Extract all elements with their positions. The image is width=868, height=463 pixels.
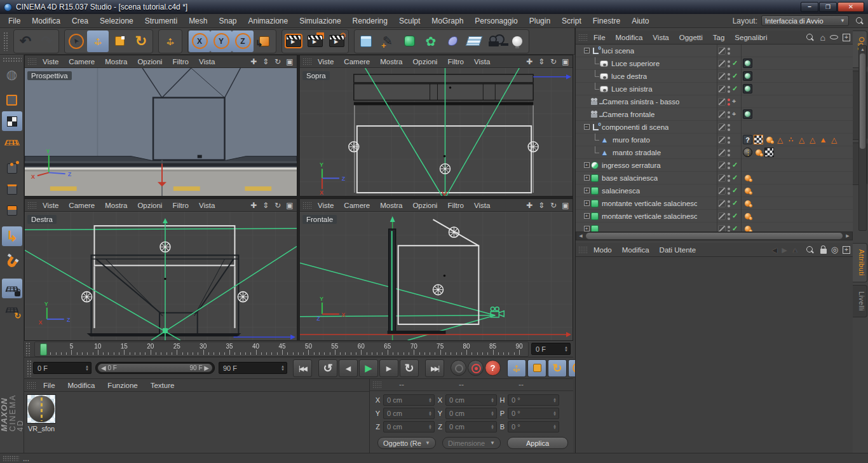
menu-item-filtro[interactable]: Filtro (167, 202, 194, 209)
rotate-workplane-button[interactable] (2, 300, 22, 319)
polygons-mode-button[interactable] (2, 200, 22, 220)
viewport-canvas[interactable]: Y X Z (300, 212, 573, 340)
polygon-selection-tag-icon[interactable]: △ (829, 135, 839, 144)
material-preview[interactable] (27, 394, 56, 424)
size-z-field[interactable]: 0 cm▲▼ (445, 421, 497, 432)
view-zoom-icon[interactable]: ⇕ (261, 201, 270, 210)
enabled-check-icon[interactable]: ✓ (732, 161, 738, 169)
visibility-dots-icon[interactable] (728, 212, 730, 220)
menu-item-strumenti[interactable]: Strumenti (139, 17, 183, 25)
compositing-tag-icon[interactable] (743, 59, 752, 68)
point-selection-tag-icon[interactable]: ∴ (786, 135, 796, 144)
menu-item-opzioni[interactable]: Opzioni (407, 58, 442, 66)
visibility-dots-icon[interactable] (728, 98, 730, 106)
view-toggle-icon[interactable]: ▣ (285, 201, 294, 210)
titlebar[interactable]: CINEMA 4D R15.037 Studio - [scena tutori… (0, 0, 868, 14)
loop-button[interactable] (400, 359, 419, 377)
visibility-dots-icon[interactable] (728, 187, 730, 195)
visibility-dots-icon[interactable] (728, 60, 730, 67)
compositing-tag-icon[interactable] (743, 71, 752, 81)
viewport-canvas[interactable]: Y X Z (25, 68, 297, 196)
enabled-check-icon[interactable]: ✓ (732, 225, 738, 232)
object-row[interactable]: −0componenti di scena (576, 121, 853, 134)
play-backwards-button[interactable] (318, 359, 337, 377)
missing-texture-tag-icon[interactable]: ? (743, 135, 752, 144)
frame-start-field[interactable]: 0 F▲▼ (33, 362, 92, 374)
deformer-button[interactable] (442, 31, 463, 52)
expand-toggle[interactable]: + (582, 226, 591, 232)
object-row[interactable]: +✓ (576, 223, 853, 232)
menu-item-file[interactable]: File (37, 382, 62, 389)
menu-item-personaggio[interactable]: Personaggio (469, 17, 523, 25)
menu-item-selezione[interactable]: Selezione (94, 17, 139, 25)
lock-icon[interactable] (820, 249, 827, 254)
visibility-toggles[interactable] (718, 134, 741, 146)
viewport-grip[interactable] (27, 202, 36, 209)
menu-item-vista[interactable]: Vista (469, 202, 495, 209)
visibility-dots-icon[interactable] (728, 225, 730, 232)
layer-icon[interactable] (718, 85, 726, 93)
viewport-canvas[interactable]: Y Z X (300, 68, 573, 196)
visibility-toggles[interactable]: ✓ (718, 223, 741, 232)
lock-z-button[interactable]: Z (232, 31, 254, 52)
menu-item-script[interactable]: Script (556, 17, 587, 25)
frame-end-field[interactable]: 90 F▲▼ (219, 362, 287, 374)
minimize-button[interactable] (801, 2, 818, 12)
visibility-dots-icon[interactable] (728, 162, 730, 169)
menu-item-camere[interactable]: Camere (339, 202, 375, 209)
view-toggle-icon[interactable]: ▣ (561, 57, 570, 66)
coordinate-mode-dropdown[interactable]: Oggetto (Re▼ (377, 437, 436, 449)
menu-item-opzioni[interactable]: Opzioni (132, 202, 167, 209)
menu-item-modifica[interactable]: Modifica (611, 34, 648, 41)
view-move-icon[interactable]: ✚ (249, 57, 258, 66)
object-row[interactable]: Luce sinistra✓ (576, 83, 853, 95)
toolbar-grip[interactable] (3, 32, 9, 51)
spline-pen-button[interactable] (377, 31, 398, 52)
menu-item-opzioni[interactable]: Opzioni (132, 58, 167, 66)
visibility-toggles[interactable]: ✓ (718, 210, 741, 223)
panel-grip[interactable] (578, 34, 587, 41)
layer-icon[interactable] (718, 212, 726, 220)
lock-y-button[interactable]: Y (210, 31, 232, 52)
viewport-right[interactable]: VisteCamereMostraOpzioniFiltroVista ✚ ⇕ … (24, 198, 297, 341)
scroll-left-icon[interactable]: ◀ (576, 233, 585, 238)
scroll-thumb[interactable] (860, 53, 865, 149)
layer-icon[interactable] (718, 149, 726, 156)
close-button[interactable] (837, 2, 864, 12)
visibility-toggles[interactable]: ⌖ (718, 95, 741, 108)
vertical-scrollbar[interactable]: ▲ (858, 45, 867, 231)
visibility-toggles[interactable] (718, 146, 741, 159)
rot-b-field[interactable]: 0 °▲▼ (508, 421, 559, 432)
enabled-check-icon[interactable]: ✓ (732, 85, 738, 93)
viewport-canvas[interactable]: Y Z X (25, 212, 297, 340)
horizontal-scrollbar[interactable]: ◀ ▶ (576, 232, 853, 240)
menu-item-modifica[interactable]: Modifica (62, 382, 102, 389)
object-row[interactable]: +montante verticale salacinesca✓ (576, 210, 853, 223)
view-zoom-icon[interactable]: ⇕ (537, 201, 546, 210)
expand-toggle[interactable]: + (582, 200, 591, 206)
statusbar-grip[interactable] (3, 455, 19, 461)
menu-item-tag[interactable]: Tag (708, 34, 730, 41)
phong-tag-icon[interactable] (743, 186, 752, 195)
snap-button[interactable] (2, 252, 22, 272)
workplane-mode-button[interactable] (2, 132, 22, 152)
search-icon[interactable] (806, 246, 813, 254)
menu-item-vista[interactable]: Vista (648, 34, 674, 41)
viewport-front[interactable]: VisteCamereMostraOpzioniFiltroVista ✚ ⇕ … (299, 198, 573, 341)
object-row[interactable]: +salacinesca✓ (576, 184, 853, 197)
object-row[interactable]: +montante verticale salacinesca.1✓ (576, 197, 853, 210)
view-rotate-icon[interactable]: ↻ (273, 201, 282, 210)
menu-item-texture[interactable]: Texture (144, 382, 181, 389)
enabled-check-icon[interactable]: ✓ (732, 212, 738, 220)
view-move-icon[interactable]: ✚ (525, 57, 534, 66)
menu-item-modifica[interactable]: Modifica (617, 246, 654, 254)
expand-toggle[interactable]: + (582, 188, 591, 193)
rot-h-field[interactable]: 0 °▲▼ (508, 394, 559, 406)
visibility-toggles[interactable]: ✓ (718, 197, 741, 210)
visibility-dots-icon[interactable] (728, 200, 730, 207)
subdivision-surface-button[interactable] (398, 31, 420, 52)
key-rotation-toggle[interactable] (548, 359, 567, 377)
timeline-ruler[interactable]: 051015202530354045505560657075808590 (34, 342, 529, 357)
pos-z-field[interactable]: 0 cm▲▼ (383, 421, 435, 432)
make-editable-button[interactable] (2, 64, 22, 84)
